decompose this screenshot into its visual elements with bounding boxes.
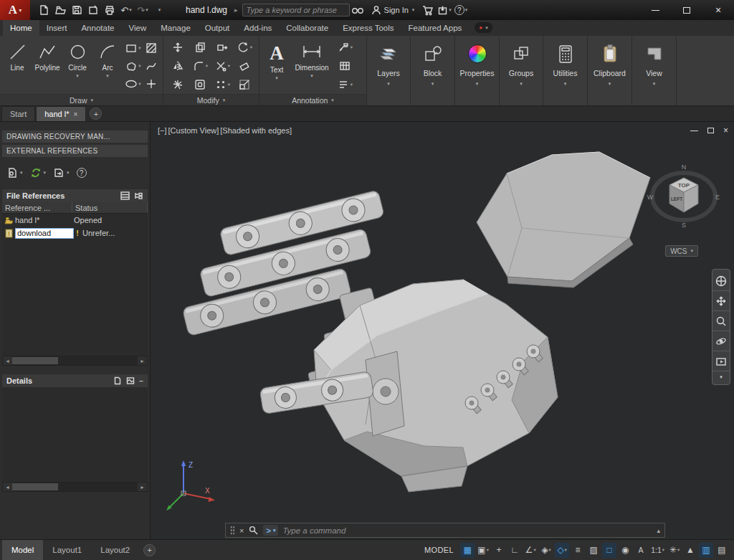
customize-command-icon[interactable] — [248, 525, 259, 536]
compass-west[interactable]: W — [647, 194, 654, 201]
annotation-monitor-icon[interactable]: ▲ — [683, 543, 697, 558]
showmotion-icon[interactable] — [712, 351, 730, 371]
search-box[interactable] — [242, 4, 350, 16]
caret-down-icon[interactable]: ▾ — [609, 81, 611, 87]
viewcube[interactable]: N E S W TOP LEFT — [642, 156, 725, 239]
utilities-panel[interactable]: Utilities ▾ — [543, 36, 588, 105]
close-command-icon[interactable]: × — [239, 526, 244, 535]
workspace-gear-icon[interactable]: ✳▾ — [667, 543, 682, 558]
file-tab-start[interactable]: Start — [1, 106, 35, 121]
maximize-button[interactable] — [671, 0, 702, 20]
exchange-apps-icon[interactable]: ▾ — [436, 1, 453, 19]
qat-customize-button[interactable]: ▾ — [151, 1, 167, 19]
modify-panel-expander[interactable]: Modify▾ — [163, 94, 259, 105]
explode-tool[interactable] — [167, 75, 189, 94]
dimension-tool[interactable]: Dimension▾ — [292, 38, 332, 94]
markup-tool[interactable]: ▾ — [333, 75, 356, 94]
lineweight-icon[interactable]: ≡ — [571, 543, 585, 558]
caret-down-icon[interactable]: ▾ — [76, 73, 79, 79]
collapse-details-icon[interactable]: − — [139, 377, 143, 385]
command-history-icon[interactable]: ▴ — [657, 527, 660, 534]
help-button[interactable]: ?▾ — [453, 1, 470, 19]
selection-cycling-icon[interactable]: □ — [602, 543, 616, 558]
drawing-restore-button[interactable] — [707, 128, 714, 133]
pan-icon[interactable] — [712, 291, 730, 311]
graphics-performance-icon[interactable]: ▥ — [699, 543, 713, 558]
annotation-panel-expander[interactable]: Annotation▾ — [259, 94, 366, 105]
command-input[interactable] — [282, 526, 652, 535]
close-tab-icon[interactable]: × — [74, 110, 78, 118]
undo-button[interactable]: ↶▾ — [118, 1, 134, 19]
command-line[interactable]: × > ▾ ▴ — [225, 523, 665, 538]
copy-tool[interactable] — [189, 38, 211, 57]
model-viewport[interactable]: [−] [Custom View] [Shaded with edges] × — [151, 122, 734, 539]
details-doc-icon[interactable] — [113, 376, 122, 385]
plot-button[interactable] — [102, 1, 118, 19]
line-tool[interactable]: Line — [2, 38, 32, 94]
layout-tab-layout2[interactable]: Layout2 — [91, 540, 139, 560]
array-tool[interactable]: ▾ — [211, 75, 234, 94]
ucs-icon[interactable]: Z X — [162, 455, 222, 515]
text-tool[interactable]: AText▾ — [262, 38, 292, 94]
details-horizontal-scrollbar[interactable]: ◂ ▸ — [2, 482, 148, 492]
new-drawing-tab-button[interactable]: + — [90, 108, 102, 120]
caret-down-icon[interactable]: ▾ — [106, 73, 109, 79]
transparency-icon[interactable]: ▨ — [586, 543, 601, 558]
visual-style-button[interactable]: [Shaded with edges] — [220, 126, 292, 135]
details-preview-icon[interactable] — [126, 376, 135, 385]
offset-tool[interactable] — [189, 75, 211, 94]
dynamic-ucs-icon[interactable]: ◉ — [618, 543, 632, 558]
groups-panel[interactable]: Groups ▾ — [500, 36, 543, 105]
ribbon-tab-collaborate[interactable]: Collaborate — [279, 20, 335, 36]
ortho-icon[interactable]: ∟ — [507, 543, 522, 558]
object-snap-icon[interactable]: ◇▾ — [555, 543, 569, 558]
ribbon-tab-view[interactable]: View — [122, 20, 154, 36]
caret-down-icon[interactable]: ▾ — [476, 81, 479, 87]
point-tool[interactable] — [142, 75, 160, 92]
orbit-icon[interactable] — [712, 331, 730, 351]
mirror-tool[interactable] — [167, 57, 189, 75]
ribbon-tab-output[interactable]: Output — [198, 20, 237, 36]
layers-panel[interactable]: Layers ▾ — [367, 36, 411, 105]
drawing-close-button[interactable]: × — [723, 125, 728, 136]
caret-down-icon[interactable]: ▾ — [564, 81, 567, 87]
customization-icon[interactable]: ▤ — [715, 543, 729, 558]
scroll-thumb[interactable] — [12, 483, 58, 490]
scroll-right-icon[interactable]: ▸ — [138, 484, 147, 490]
scroll-track[interactable] — [12, 483, 138, 491]
layout-tab-layout1[interactable]: Layout1 — [43, 540, 91, 560]
polyline-tool[interactable]: Polyline — [32, 38, 62, 94]
polar-tracking-icon[interactable]: ∠▾ — [523, 543, 538, 558]
wcs-menu-button[interactable]: WCS ▾ — [665, 245, 698, 257]
model-space-toggle[interactable]: MODEL — [424, 546, 454, 554]
stretch-tool[interactable] — [211, 38, 234, 57]
block-panel[interactable]: Block ▾ — [411, 36, 455, 105]
xref-row-download[interactable]: ! ! Unrefer... — [2, 227, 148, 239]
search-binoculars-icon[interactable] — [350, 1, 366, 19]
xref-horizontal-scrollbar[interactable]: ◂ ▸ — [2, 356, 148, 366]
caret-down-icon[interactable]: ▾ — [432, 81, 434, 87]
drawing-recovery-manager-title[interactable]: DRAWING RECOVERY MAN... — [2, 130, 148, 143]
isodraft-icon[interactable]: ◈▾ — [539, 543, 553, 558]
view-panel[interactable]: View ▾ — [632, 36, 677, 105]
circle-tool[interactable]: Circle▾ — [62, 38, 92, 94]
minimize-button[interactable] — [639, 0, 671, 20]
xref-help-button[interactable]: ? — [77, 168, 87, 178]
scroll-right-icon[interactable]: ▸ — [138, 358, 147, 364]
viewcube-left-face[interactable]: LEFT — [671, 196, 682, 201]
ribbon-tab-home[interactable]: Home — [3, 20, 39, 36]
draw-panel-expander[interactable]: Draw▾ — [0, 94, 163, 105]
infocenter-record-button[interactable]: ●▾ — [475, 22, 492, 33]
scale-tool[interactable] — [234, 75, 256, 94]
external-references-title[interactable]: EXTERNAL REFERENCES — [2, 145, 148, 157]
annotation-visibility-icon[interactable]: A — [634, 543, 648, 558]
search-input[interactable] — [247, 6, 345, 14]
caret-down-icon[interactable]: ▾ — [310, 73, 313, 79]
attach-dwg-button[interactable]: ▾ — [6, 167, 23, 179]
rectangle-tool[interactable]: ▾ — [124, 39, 142, 57]
command-grip[interactable] — [230, 526, 235, 535]
trim-tool[interactable]: ▾ — [211, 57, 234, 75]
caret-down-icon[interactable]: ▾ — [653, 81, 656, 87]
multileader-tool[interactable]: ▾ — [333, 38, 356, 57]
zoom-icon[interactable] — [712, 311, 730, 331]
